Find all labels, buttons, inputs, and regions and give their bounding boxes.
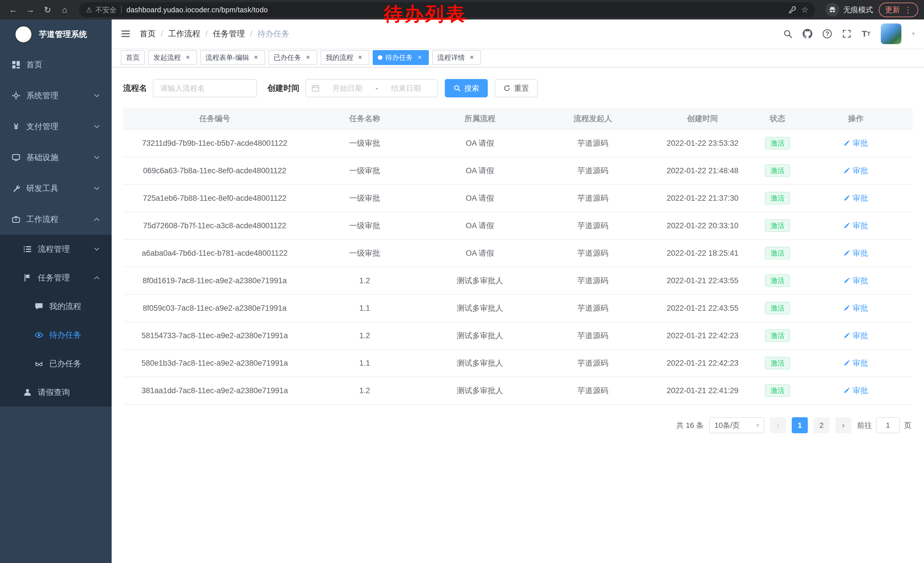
tab-process-detail[interactable]: 流程详情×: [432, 50, 481, 65]
back-icon[interactable]: ←: [6, 2, 21, 17]
approve-button[interactable]: 审批: [843, 358, 868, 368]
approve-button[interactable]: 审批: [843, 275, 868, 286]
status-cell: 激活: [756, 212, 799, 239]
date-range-picker[interactable]: 开始日期 - 结束日期: [305, 79, 438, 98]
status-badge: 激活: [765, 357, 790, 369]
column-header: 状态: [756, 108, 799, 129]
tab-initiate-process[interactable]: 发起流程×: [148, 50, 197, 65]
sidebar-fold-icon[interactable]: [121, 29, 130, 39]
tab-done-tasks[interactable]: 已办任务×: [268, 50, 317, 65]
task-name-cell: 一级审批: [306, 185, 423, 212]
approve-button[interactable]: 审批: [843, 193, 868, 203]
approve-button[interactable]: 审批: [843, 330, 868, 341]
update-label: 更新: [885, 5, 900, 15]
breadcrumb-task-mgmt[interactable]: 任务管理: [213, 29, 245, 39]
process-cell: 测试多审批人: [423, 349, 537, 377]
fullscreen-icon[interactable]: [842, 29, 851, 38]
tab-my-process[interactable]: 我的流程×: [321, 50, 369, 65]
process-cell: OA 请假: [423, 212, 537, 239]
pencil-icon: [843, 250, 850, 257]
sidebar-item-todo-task[interactable]: 待办任务: [0, 321, 112, 349]
help-icon[interactable]: ?: [823, 29, 832, 38]
page-button-2[interactable]: 2: [813, 417, 830, 433]
column-header: 任务编号: [123, 108, 306, 129]
process-name-input[interactable]: [153, 79, 257, 98]
sidebar-item-done-task[interactable]: 已办任务: [0, 349, 112, 378]
browser-menu-icon[interactable]: ⋮: [904, 5, 912, 15]
close-icon[interactable]: ×: [468, 54, 476, 62]
sidebar-item-home[interactable]: 首页: [0, 49, 112, 80]
close-icon[interactable]: ×: [304, 54, 312, 62]
page-button-1[interactable]: 1: [792, 417, 808, 433]
status-badge: 激活: [765, 329, 790, 342]
breadcrumb-workflow[interactable]: 工作流程: [168, 29, 200, 39]
filter-bar: 流程名 创建时间 开始日期 - 结束日期 搜索: [123, 79, 912, 98]
action-cell: 审批: [799, 185, 912, 212]
tab-todo-tasks[interactable]: 待办任务×: [373, 50, 429, 65]
starter-cell: 芋道源码: [537, 377, 649, 404]
approve-button[interactable]: 审批: [843, 138, 868, 148]
sidebar-item-system-mgmt[interactable]: 系统管理: [0, 80, 112, 111]
table-row: 8f059c03-7ac8-11ec-a9e2-a2380e71991a1.1测…: [123, 294, 912, 322]
sidebar-item-leave-query[interactable]: 请假查询: [0, 378, 112, 407]
dashboard-icon: [12, 60, 21, 69]
sidebar-item-payment-mgmt[interactable]: ¥支付管理: [0, 111, 112, 142]
reset-button[interactable]: 重置: [495, 79, 538, 98]
breadcrumb: 首页 / 工作流程 / 任务管理 / 待办任务: [140, 29, 290, 39]
starter-cell: 芋道源码: [537, 157, 649, 185]
url-text: dashboard.yudao.iocoder.cn/bpm/task/todo: [126, 6, 268, 14]
approve-button[interactable]: 审批: [843, 303, 868, 313]
search-button[interactable]: 搜索: [445, 79, 488, 98]
status-badge: 激活: [765, 384, 790, 397]
user-avatar[interactable]: [881, 24, 902, 44]
created-time-cell: 2022-01-21 22:42:23: [649, 322, 756, 349]
address-bar[interactable]: ⚠ 不安全 dashboard.yudao.iocoder.cn/bpm/tas…: [79, 2, 815, 17]
approve-button[interactable]: 审批: [843, 165, 868, 176]
bookmark-star-icon[interactable]: ☆: [801, 5, 808, 15]
security-indicator[interactable]: ⚠ 不安全: [86, 5, 117, 15]
table-row: 069c6a63-7b8a-11ec-8ef0-acde48001122一级审批…: [123, 157, 912, 185]
breadcrumb-home[interactable]: 首页: [140, 29, 156, 39]
status-cell: 激活: [756, 322, 799, 349]
pencil-icon: [843, 195, 850, 201]
browser-update-button[interactable]: 更新 ⋮: [879, 3, 918, 17]
column-header: 任务名称: [306, 108, 423, 129]
approve-button[interactable]: 审批: [843, 221, 868, 231]
prev-page-button[interactable]: ‹: [770, 417, 786, 433]
approve-button[interactable]: 审批: [843, 386, 868, 396]
goto-page-input[interactable]: [876, 417, 900, 433]
tab-form-edit[interactable]: 流程表单-编辑×: [200, 50, 265, 65]
sidebar-item-dev-tools[interactable]: 研发工具: [0, 173, 112, 204]
forward-icon[interactable]: →: [23, 2, 38, 17]
close-icon[interactable]: ×: [184, 54, 192, 62]
next-page-button[interactable]: ›: [835, 417, 851, 433]
reload-icon[interactable]: ↻: [40, 2, 55, 17]
sidebar-item-process-mgmt[interactable]: 流程管理: [0, 235, 112, 263]
pencil-icon: [843, 140, 850, 147]
created-time-cell: 2022-01-22 18:25:41: [649, 239, 756, 267]
sidebar-item-workflow[interactable]: 工作流程: [0, 204, 112, 235]
action-cell: 审批: [799, 129, 912, 157]
created-time-cell: 2022-01-22 23:53:32: [649, 129, 756, 157]
key-icon[interactable]: [789, 6, 796, 14]
close-icon[interactable]: ×: [252, 54, 260, 62]
sidebar-item-my-process[interactable]: 我的流程: [0, 292, 112, 321]
tab-home[interactable]: 首页: [121, 50, 145, 65]
github-icon[interactable]: [802, 29, 812, 39]
page-size-select[interactable]: 10条/页 ▾: [710, 417, 764, 433]
table-row: 725a1eb6-7b88-11ec-8ef0-acde48001122一级审批…: [123, 185, 912, 212]
tools-icon: [12, 184, 21, 193]
user-menu-caret-icon[interactable]: ▾: [912, 30, 915, 38]
pencil-icon: [843, 222, 850, 229]
action-cell: 审批: [799, 294, 912, 322]
close-icon[interactable]: ×: [416, 54, 424, 62]
font-size-icon[interactable]: TT: [862, 29, 870, 39]
sidebar-item-task-mgmt[interactable]: 任务管理: [0, 263, 112, 292]
approve-button[interactable]: 审批: [843, 248, 868, 258]
table-row: 58154733-7ac8-11ec-a9e2-a2380e71991a1.2测…: [123, 322, 912, 349]
process-cell: OA 请假: [423, 185, 537, 212]
search-icon[interactable]: [783, 29, 792, 38]
home-icon[interactable]: ⌂: [57, 2, 72, 17]
sidebar-item-infrastructure[interactable]: 基础设施: [0, 142, 112, 173]
close-icon[interactable]: ×: [356, 54, 364, 62]
